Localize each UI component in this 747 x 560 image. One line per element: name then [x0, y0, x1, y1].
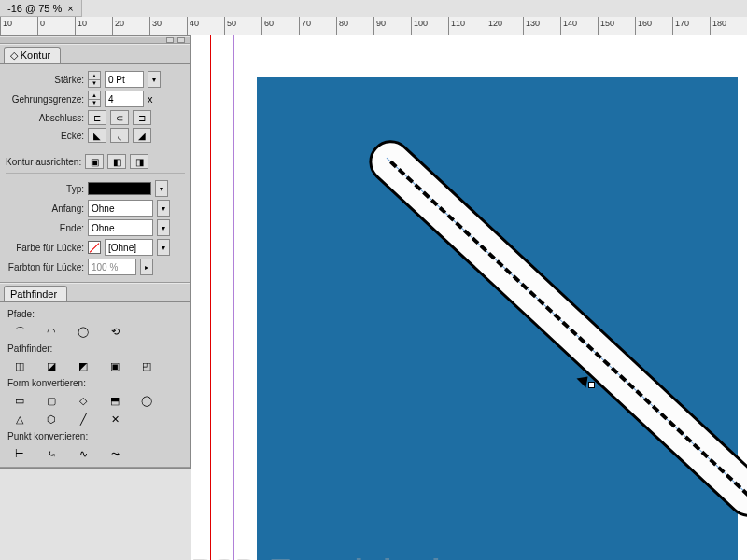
close-icon[interactable]: × [67, 3, 73, 14]
guide-purple[interactable] [233, 35, 234, 560]
ruler-tick: 140 [560, 17, 598, 35]
panel-collapse-bar[interactable] [0, 36, 190, 44]
label-ecke: Ecke: [6, 131, 84, 141]
label-gehrung: Gehrungsgrenze: [6, 94, 84, 105]
pf-subtract-icon[interactable]: ◪ [43, 358, 60, 373]
label-farbe: Farbe für Lücke: [6, 243, 84, 253]
ruler-tick: 90 [374, 17, 411, 35]
gap-color-dropdown[interactable]: ▾ [157, 239, 170, 256]
path-open-icon[interactable]: ◠ [43, 324, 60, 339]
gap-tint-dropdown[interactable]: ▸ [140, 259, 153, 275]
artboard [257, 77, 738, 560]
gap-color-swatch[interactable] [88, 241, 101, 254]
label-punkt: Punkt konvertieren: [6, 428, 185, 444]
panel-pathfinder: Pathfinder Pfade: ⌒ ◠ ◯ ⟲ Pathfinder: ◫ … [0, 283, 190, 468]
label-pfade: Pfade: [6, 306, 185, 322]
ruler-tick: 160 [635, 17, 672, 35]
path-reverse-icon[interactable]: ⟲ [106, 324, 123, 339]
document-tab[interactable]: -16 @ 75 % × [0, 0, 82, 17]
ruler-tick: 20 [112, 17, 149, 35]
label-ausrichten: Kontur ausrichten: [6, 157, 81, 167]
tab-kontur[interactable]: ◇ Kontur [4, 47, 61, 63]
align-center-button[interactable]: ▣ [85, 154, 104, 169]
join-miter-button[interactable]: ◣ [88, 128, 106, 143]
shape-cross-icon[interactable]: ✕ [106, 412, 123, 427]
join-round-button[interactable]: ◟ [110, 128, 129, 143]
tab-pathfinder[interactable]: Pathfinder [4, 286, 67, 301]
ruler-tick: 130 [523, 17, 560, 35]
gap-tint-input[interactable]: 100 % [88, 259, 136, 275]
ruler-tick: 0 [37, 17, 75, 35]
pt-symmetric-icon[interactable]: ⤳ [106, 446, 123, 461]
staerke-input[interactable]: 0 Pt [105, 71, 144, 88]
label-farbton: Farbton für Lücke: [6, 262, 84, 273]
ruler-tick: 150 [598, 17, 635, 35]
typ-dropdown[interactable]: ▾ [155, 180, 168, 197]
pf-exclude-icon[interactable]: ▣ [106, 358, 123, 373]
road-dash-line [389, 161, 747, 497]
label-ende: Ende: [6, 223, 84, 233]
shape-polygon-icon[interactable]: ⬡ [43, 412, 60, 427]
label-pathfinder: Pathfinder: [6, 341, 185, 357]
typ-swatch[interactable] [88, 182, 151, 195]
ruler-horizontal[interactable]: 1001020304050607080901001101201301401501… [0, 17, 747, 35]
ruler-tick: 100 [411, 17, 448, 35]
cap-square-button[interactable]: ⊐ [133, 110, 151, 125]
guide-red[interactable] [210, 35, 211, 560]
cap-butt-button[interactable]: ⊏ [88, 110, 106, 125]
document-title: -16 @ 75 % [7, 3, 62, 14]
ruler-tick: 120 [486, 17, 523, 35]
pt-smooth-icon[interactable]: ∿ [75, 446, 92, 461]
align-outside-button[interactable]: ◨ [130, 154, 148, 169]
tab-pathfinder-label: Pathfinder [10, 288, 57, 300]
cap-round-button[interactable]: ⊂ [110, 110, 129, 125]
staerke-dropdown[interactable]: ▾ [148, 71, 161, 88]
shape-line-icon[interactable]: ╱ [75, 412, 92, 427]
shape-ellipse-icon[interactable]: ◯ [138, 393, 155, 408]
shape-inverserect-icon[interactable]: ⬒ [106, 393, 123, 408]
align-inside-button[interactable]: ◧ [107, 154, 126, 169]
label-abschluss: Abschluss: [6, 113, 84, 123]
panel-stack: ◇ Kontur Stärke: ▲▼ 0 Pt ▾ Gehrungsgrenz… [0, 35, 191, 469]
ruler-tick: 60 [261, 17, 299, 35]
path-join-icon[interactable]: ⌒ [11, 324, 28, 339]
canvas[interactable]: PSD-Tutorials.de [191, 35, 747, 560]
ende-dropdown[interactable]: ▾ [157, 219, 170, 236]
label-staerke: Stärke: [6, 75, 84, 85]
staerke-stepper[interactable]: ▲▼ [88, 71, 101, 88]
ruler-tick: 10 [75, 17, 112, 35]
label-anfang: Anfang: [6, 203, 84, 214]
join-bevel-button[interactable]: ◢ [133, 128, 151, 143]
gap-color-select[interactable]: [Ohne] [105, 239, 153, 256]
shape-triangle-icon[interactable]: △ [11, 412, 28, 427]
gehrung-unit: x [148, 93, 153, 105]
gehrung-input[interactable]: 4 [105, 91, 144, 107]
shape-rect-icon[interactable]: ▭ [11, 393, 28, 408]
path-close-icon[interactable]: ◯ [75, 324, 92, 339]
shape-bevelrect-icon[interactable]: ◇ [75, 393, 92, 408]
label-form: Form konvertieren: [6, 375, 185, 391]
shape-roundrect-icon[interactable]: ▢ [43, 393, 60, 408]
ende-select[interactable]: Ohne [88, 219, 153, 236]
pf-intersect-icon[interactable]: ◩ [75, 358, 92, 373]
road-object[interactable] [369, 114, 747, 543]
ruler-tick: 30 [149, 17, 187, 35]
anfang-select[interactable]: Ohne [88, 200, 153, 217]
watermark: PSD-Tutorials.de [191, 552, 459, 560]
ruler-tick: 170 [672, 17, 710, 35]
anfang-dropdown[interactable]: ▾ [157, 200, 170, 217]
pt-corner-icon[interactable]: ⤿ [43, 446, 60, 461]
ruler-tick: 70 [299, 17, 336, 35]
ruler-tick: 110 [448, 17, 486, 35]
ruler-tick: 180 [710, 17, 747, 35]
ruler-tick: 80 [336, 17, 374, 35]
pf-add-icon[interactable]: ◫ [11, 358, 28, 373]
panel-kontur: ◇ Kontur Stärke: ▲▼ 0 Pt ▾ Gehrungsgrenz… [0, 44, 190, 283]
ruler-tick: 50 [224, 17, 261, 35]
label-typ: Typ: [6, 184, 84, 194]
pt-plain-icon[interactable]: ⊢ [11, 446, 28, 461]
pf-minusback-icon[interactable]: ◰ [138, 358, 155, 373]
ruler-tick: 40 [187, 17, 224, 35]
tab-kontur-label: Kontur [21, 49, 50, 61]
gehrung-stepper[interactable]: ▲▼ [88, 91, 101, 107]
